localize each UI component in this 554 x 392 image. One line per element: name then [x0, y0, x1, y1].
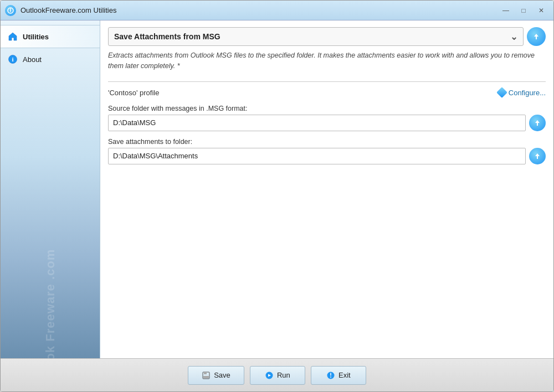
- sidebar-item-utilities[interactable]: Utilities: [1, 25, 100, 48]
- upload-icon: [532, 33, 540, 40]
- source-browse-button[interactable]: [529, 115, 546, 131]
- bottom-bar: Save Run Exit: [1, 358, 553, 391]
- exit-button[interactable]: Exit: [311, 366, 366, 385]
- configure-label: Configure...: [509, 89, 546, 97]
- upload-button[interactable]: [527, 27, 546, 46]
- window-controls: — □ ✕: [498, 4, 549, 17]
- main-window: OutlookFreeware.com Utilities — □ ✕ Util…: [0, 0, 554, 392]
- dest-label: Save attachments to folder:: [108, 138, 546, 146]
- maximize-button[interactable]: □: [516, 4, 531, 17]
- profile-row: 'Contoso' profile Configure...: [108, 89, 546, 97]
- tool-description: Extracts attachments from Outlook MSG fi…: [108, 50, 546, 71]
- source-input[interactable]: [108, 115, 526, 131]
- exit-icon: [326, 371, 335, 380]
- configure-button[interactable]: Configure...: [498, 89, 546, 97]
- right-panel: Save Attachments from MSG ⌄ Extracts att…: [100, 20, 553, 358]
- source-label: Source folder with messages in .MSG form…: [108, 105, 546, 112]
- dest-field-row: [108, 148, 546, 164]
- folder-up-icon-2: [534, 152, 541, 160]
- content-area: Utilities i About Outlook Freeware .com: [1, 20, 553, 358]
- tool-name: Save Attachments from MSG: [114, 32, 220, 41]
- info-icon: i: [7, 54, 18, 65]
- tool-header: Save Attachments from MSG ⌄: [108, 27, 546, 46]
- source-field-row: [108, 115, 546, 131]
- svg-rect-4: [204, 372, 207, 374]
- home-icon: [7, 31, 18, 42]
- svg-text:i: i: [12, 56, 13, 63]
- titlebar: OutlookFreeware.com Utilities — □ ✕: [1, 1, 553, 20]
- spacer: [108, 171, 546, 353]
- section-divider: [108, 81, 546, 82]
- dest-folder-group: Save attachments to folder:: [108, 138, 546, 164]
- sidebar: Utilities i About Outlook Freeware .com: [1, 20, 100, 358]
- minimize-button[interactable]: —: [498, 4, 514, 17]
- run-button[interactable]: Run: [250, 366, 305, 385]
- source-folder-group: Source folder with messages in .MSG form…: [108, 105, 546, 131]
- sidebar-item-about-label: About: [23, 55, 42, 64]
- app-icon: [5, 5, 16, 16]
- window-title: OutlookFreeware.com Utilities: [20, 6, 498, 14]
- configure-icon: [496, 87, 507, 98]
- profile-label: 'Contoso' profile: [108, 89, 159, 97]
- run-icon: [265, 371, 274, 380]
- sidebar-nav: Utilities i About: [1, 20, 100, 358]
- tool-dropdown[interactable]: Save Attachments from MSG ⌄: [108, 27, 524, 46]
- save-button[interactable]: Save: [188, 366, 244, 385]
- dest-input[interactable]: [108, 148, 526, 164]
- sidebar-item-about[interactable]: i About: [1, 48, 100, 70]
- folder-up-icon: [534, 119, 541, 127]
- close-button[interactable]: ✕: [534, 4, 549, 17]
- sidebar-item-utilities-label: Utilities: [23, 33, 49, 41]
- save-icon: [202, 371, 211, 380]
- dest-browse-button[interactable]: [529, 148, 546, 164]
- svg-rect-5: [203, 376, 209, 378]
- chevron-down-icon: ⌄: [510, 32, 517, 42]
- run-label: Run: [277, 371, 290, 379]
- save-label: Save: [214, 371, 230, 379]
- exit-label: Exit: [338, 371, 351, 379]
